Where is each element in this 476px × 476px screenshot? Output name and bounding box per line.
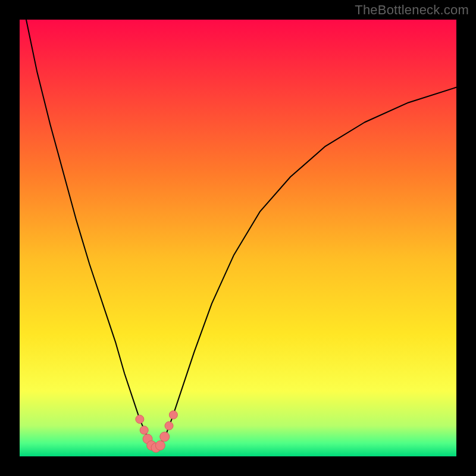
marker-dot [160,432,170,441]
marker-dot [136,415,144,424]
outer-frame: TheBottleneck.com [0,0,476,476]
chart-plot-area [20,20,456,456]
chart-background [20,20,456,456]
marker-dot [140,426,148,434]
watermark-text: TheBottleneck.com [355,2,469,18]
chart-svg [20,20,456,456]
marker-dot [169,411,177,419]
marker-dot [165,422,173,430]
marker-dot [155,441,165,450]
